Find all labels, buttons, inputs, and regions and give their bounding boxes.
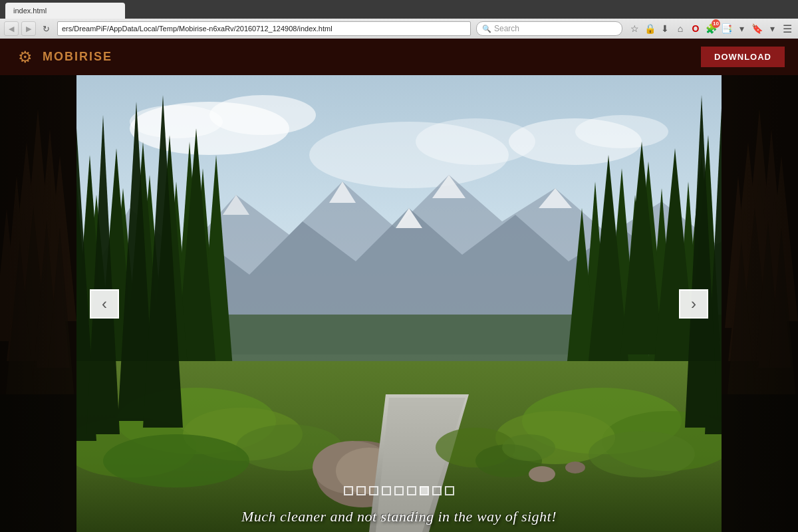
browser-toolbar: ◀ ▶ ↻ ers/DreamPiF/AppData/Local/Temp/Mo… [0, 19, 798, 39]
main-content: ⚙ MOBIRISE DOWNLOAD [0, 39, 798, 532]
svg-point-18 [209, 95, 316, 135]
prev-arrow-icon: ‹ [102, 295, 107, 313]
left-panel [0, 75, 76, 532]
download-button[interactable]: DOWNLOAD [701, 47, 785, 67]
next-arrow-icon: › [691, 295, 696, 313]
svg-rect-98 [722, 75, 798, 532]
svg-point-21 [575, 115, 668, 148]
carousel-dot-4[interactable] [382, 486, 391, 495]
notification-count: 10 [712, 19, 720, 28]
svg-point-19 [130, 105, 223, 138]
carousel-dot-6[interactable] [407, 486, 416, 495]
svg-point-63 [103, 434, 249, 487]
right-panel [722, 75, 798, 532]
bookmark-star-button[interactable]: ☆ [628, 22, 641, 35]
carousel-dot-2[interactable] [356, 486, 366, 495]
forward-button[interactable]: ▶ [21, 21, 36, 36]
carousel-dots [344, 486, 454, 495]
extensions-badge[interactable]: 🧩 10 [704, 22, 718, 35]
svg-point-23 [416, 118, 535, 165]
bookmarks-button[interactable]: 📑 [720, 22, 733, 35]
opera-button[interactable]: O [689, 22, 702, 35]
app-logo-icon: ⚙ [13, 45, 37, 69]
dropdown-arrow[interactable]: ▾ [735, 22, 748, 35]
app-logo-text: MOBIRISE [43, 50, 112, 64]
address-text: ers/DreamPiF/AppData/Local/Temp/Mobirise… [62, 25, 332, 33]
dropdown-arrow2[interactable]: ▾ [765, 22, 779, 35]
carousel-next-button[interactable]: › [679, 289, 708, 319]
search-bar[interactable]: 🔍 Search [476, 21, 622, 36]
svg-point-67 [589, 431, 695, 477]
carousel-dot-3[interactable] [369, 486, 378, 495]
left-forest-svg [0, 75, 76, 532]
address-bar[interactable]: ers/DreamPiF/AppData/Local/Temp/Mobirise… [57, 21, 471, 36]
gear-icon: ⚙ [18, 48, 33, 66]
scene-svg [76, 75, 722, 532]
tab-bar: index.html [0, 0, 798, 19]
menu-button[interactable]: ☰ [781, 22, 794, 35]
svg-point-75 [502, 434, 555, 461]
search-icon: 🔍 [482, 25, 491, 33]
carousel-caption: Much cleaner and not standing in the way… [76, 508, 722, 525]
photo-scene: ‹ › Much cleaner and not standing in [76, 75, 722, 532]
carousel-dot-7[interactable] [420, 486, 429, 495]
download-manager-button[interactable]: ⬇ [658, 22, 672, 35]
carousel-dot-8[interactable] [432, 486, 442, 495]
reload-button[interactable]: ↻ [40, 23, 52, 35]
tab-label: index.html [13, 7, 47, 15]
browser-tab[interactable]: index.html [5, 3, 125, 19]
carousel-dot-5[interactable] [394, 486, 404, 495]
search-placeholder: Search [494, 24, 519, 33]
carousel-dot-9[interactable] [445, 486, 454, 495]
carousel-prev-button[interactable]: ‹ [90, 289, 119, 319]
carousel-dot-1[interactable] [344, 486, 353, 495]
home-button[interactable]: ⌂ [674, 22, 687, 35]
browser-chrome: index.html ◀ ▶ ↻ ers/DreamPiF/AppData/Lo… [0, 0, 798, 39]
back-button[interactable]: ◀ [4, 21, 19, 36]
svg-rect-15 [0, 75, 76, 532]
svg-point-76 [529, 466, 555, 482]
svg-point-77 [565, 462, 585, 473]
carousel-wrapper: ‹ › Much cleaner and not standing in [76, 75, 722, 532]
bookmarks2-button[interactable]: 🔖 [750, 22, 763, 35]
toolbar-icons: ☆ 🔒 ⬇ ⌂ O 🧩 10 📑 ▾ 🔖 ▾ ☰ [628, 22, 794, 35]
roboform-button[interactable]: 🔒 [643, 22, 656, 35]
right-forest-svg [722, 75, 798, 532]
app-header: ⚙ MOBIRISE DOWNLOAD [0, 39, 798, 75]
caption-text: Much cleaner and not standing in the way… [241, 508, 557, 525]
